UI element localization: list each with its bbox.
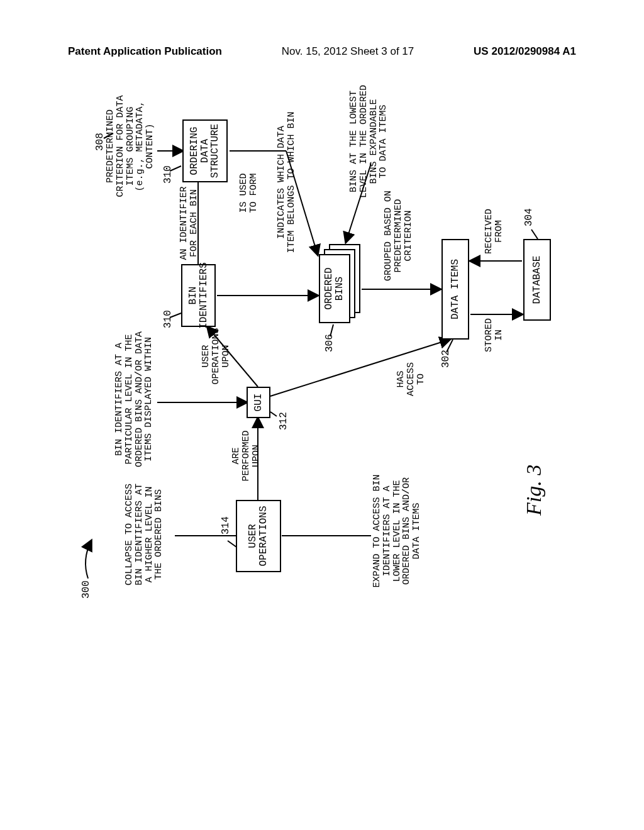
svg-line-16	[531, 230, 538, 239]
box-ordering-data-structure: ORDERING DATA STRUCTURE	[182, 119, 228, 182]
ref-310b: 310	[162, 165, 174, 184]
box-ordered-bins-front: ORDERED BINS	[319, 254, 350, 323]
box-database: DATABASE	[523, 239, 551, 321]
box-gui: GUI	[247, 387, 270, 418]
box-bin-identifiers: BIN IDENTIFIERS	[181, 264, 216, 327]
svg-line-22	[228, 541, 236, 547]
header-date-sheet: Nov. 15, 2012 Sheet 3 of 17	[282, 45, 414, 58]
label-user-ops-upon: USER OPERATIONS UPON	[201, 326, 231, 386]
label-id-each-bin: AN IDENTIFIER FOR EACH BIN	[179, 185, 199, 261]
label-criterion: PREDETERMINED CRITERION FOR DATA ITEMS G…	[106, 91, 155, 201]
ref-314: 314	[220, 516, 231, 534]
ref-312: 312	[278, 412, 289, 430]
ref-308: 308	[94, 133, 106, 151]
header-publication: Patent Application Publication	[68, 45, 222, 58]
box-data-items: DATA ITEMS	[441, 239, 469, 340]
label-received-from: RECEIVED FROM	[484, 206, 504, 257]
label-collapse: COLLAPSE TO ACCESS BIN IDENTIFIERS AT A …	[125, 478, 164, 591]
label-grouped: GROUPED BASED ON PREDETERMINED CRITERION	[384, 185, 413, 286]
ref-302: 302	[440, 350, 452, 368]
ref-300: 300	[80, 580, 92, 599]
label-performed-upon: ARE PERFORMED UPON	[231, 428, 261, 484]
ref-304: 304	[523, 208, 535, 226]
header-pub-number: US 2012/0290984 A1	[474, 45, 576, 58]
figure-3: 300 302 304 306 308 310 310 312 314 USER…	[69, 88, 572, 604]
ref-306: 306	[324, 334, 335, 352]
label-gui-top: BIN IDENTIFIERS AT A PARTICULAR LEVEL IN…	[114, 327, 154, 472]
box-user-operations: USER OPERATIONS	[236, 500, 281, 572]
label-stored-in: STORED IN	[484, 313, 504, 357]
label-bins-lowest: BINS AT THE LOWEST LEVEL IN THE ORDERED …	[349, 82, 389, 201]
svg-line-21	[270, 412, 277, 416]
page-header: Patent Application Publication Nov. 15, …	[0, 0, 644, 58]
ref-310a: 310	[162, 310, 174, 328]
label-is-used-to-form: IS USED TO FORM	[239, 171, 259, 215]
label-has-access: HAS ACCESS TO	[396, 357, 426, 401]
label-expand: EXPAND TO ACCESS BIN IDENTIFIERS AT A LO…	[372, 470, 422, 592]
figure-caption: Fig. 3	[522, 465, 546, 516]
figure-3-viewport: 300 302 304 306 308 310 310 312 314 USER…	[69, 88, 572, 604]
label-indicates: INDICATES WHICH DATA ITEM BELONGS TO WHI…	[277, 110, 297, 255]
